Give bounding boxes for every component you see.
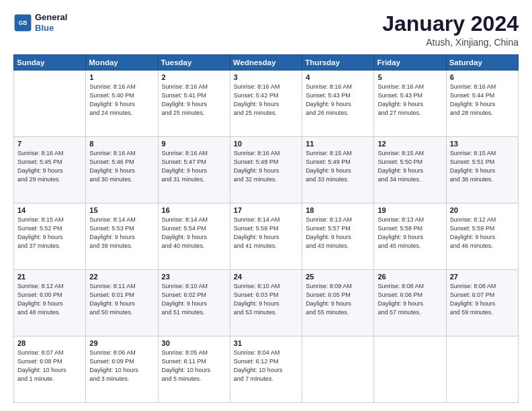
title-block: January 2024 Atush, Xinjiang, China bbox=[382, 12, 519, 48]
day-info: Sunrise: 8:08 AMSunset: 6:07 PMDaylight:… bbox=[450, 282, 515, 317]
calendar-cell: 1Sunrise: 8:16 AMSunset: 5:40 PMDaylight… bbox=[86, 71, 158, 137]
day-number: 25 bbox=[306, 273, 370, 281]
calendar-cell bbox=[302, 336, 374, 403]
day-header-sunday: Sunday bbox=[14, 55, 86, 71]
calendar-cell: 21Sunrise: 8:12 AMSunset: 6:00 PMDayligh… bbox=[14, 270, 86, 336]
day-number: 5 bbox=[378, 73, 442, 81]
day-number: 26 bbox=[378, 273, 442, 281]
day-number: 20 bbox=[450, 206, 515, 214]
day-number: 30 bbox=[162, 339, 226, 347]
calendar-week-1: 1Sunrise: 8:16 AMSunset: 5:40 PMDaylight… bbox=[14, 71, 519, 137]
day-number: 31 bbox=[234, 339, 298, 347]
day-number: 9 bbox=[162, 140, 226, 148]
day-info: Sunrise: 8:16 AMSunset: 5:47 PMDaylight:… bbox=[162, 149, 226, 184]
day-number: 22 bbox=[89, 273, 154, 281]
calendar-cell: 29Sunrise: 8:06 AMSunset: 6:09 PMDayligh… bbox=[86, 336, 158, 403]
day-info: Sunrise: 8:16 AMSunset: 5:43 PMDaylight:… bbox=[306, 83, 370, 118]
day-info: Sunrise: 8:16 AMSunset: 5:44 PMDaylight:… bbox=[450, 83, 515, 118]
day-number: 3 bbox=[234, 73, 298, 81]
day-number: 19 bbox=[378, 206, 442, 214]
day-number: 4 bbox=[306, 73, 370, 81]
calendar-cell: 22Sunrise: 8:11 AMSunset: 6:01 PMDayligh… bbox=[86, 270, 158, 336]
day-number: 28 bbox=[17, 339, 82, 347]
calendar-cell: 9Sunrise: 8:16 AMSunset: 5:47 PMDaylight… bbox=[158, 137, 230, 203]
day-number: 24 bbox=[234, 273, 298, 281]
calendar-week-4: 21Sunrise: 8:12 AMSunset: 6:00 PMDayligh… bbox=[14, 270, 519, 336]
day-info: Sunrise: 8:16 AMSunset: 5:40 PMDaylight:… bbox=[89, 83, 154, 118]
calendar-cell: 5Sunrise: 8:16 AMSunset: 5:43 PMDaylight… bbox=[374, 71, 446, 137]
calendar-cell: 13Sunrise: 8:15 AMSunset: 5:51 PMDayligh… bbox=[446, 137, 518, 203]
svg-text:GB: GB bbox=[19, 19, 28, 26]
calendar-cell: 31Sunrise: 8:04 AMSunset: 6:12 PMDayligh… bbox=[230, 336, 302, 403]
calendar-cell: 15Sunrise: 8:14 AMSunset: 5:53 PMDayligh… bbox=[86, 203, 158, 270]
day-info: Sunrise: 8:14 AMSunset: 5:53 PMDaylight:… bbox=[89, 216, 154, 250]
day-info: Sunrise: 8:10 AMSunset: 6:03 PMDaylight:… bbox=[234, 282, 298, 317]
day-info: Sunrise: 8:15 AMSunset: 5:51 PMDaylight:… bbox=[450, 149, 515, 184]
day-number: 15 bbox=[89, 206, 154, 214]
day-info: Sunrise: 8:16 AMSunset: 5:42 PMDaylight:… bbox=[234, 83, 298, 118]
calendar-cell: 14Sunrise: 8:15 AMSunset: 5:52 PMDayligh… bbox=[14, 203, 86, 270]
calendar-cell: 24Sunrise: 8:10 AMSunset: 6:03 PMDayligh… bbox=[230, 270, 302, 336]
day-info: Sunrise: 8:14 AMSunset: 5:54 PMDaylight:… bbox=[162, 216, 226, 250]
calendar-subtitle: Atush, Xinjiang, China bbox=[382, 37, 519, 48]
day-number: 8 bbox=[89, 140, 154, 148]
day-number: 12 bbox=[378, 140, 442, 148]
calendar-week-3: 14Sunrise: 8:15 AMSunset: 5:52 PMDayligh… bbox=[14, 203, 519, 270]
day-number: 6 bbox=[450, 73, 515, 81]
header: GB General Blue January 2024 Atush, Xinj… bbox=[13, 12, 519, 48]
day-number: 16 bbox=[162, 206, 226, 214]
calendar-cell: 23Sunrise: 8:10 AMSunset: 6:02 PMDayligh… bbox=[158, 270, 230, 336]
day-info: Sunrise: 8:05 AMSunset: 6:11 PMDaylight:… bbox=[162, 349, 226, 383]
logo-icon: GB bbox=[13, 13, 32, 32]
calendar-cell: 4Sunrise: 8:16 AMSunset: 5:43 PMDaylight… bbox=[302, 71, 374, 137]
day-info: Sunrise: 8:06 AMSunset: 6:09 PMDaylight:… bbox=[89, 349, 154, 383]
day-number: 14 bbox=[17, 206, 82, 214]
day-number: 10 bbox=[234, 140, 298, 148]
day-info: Sunrise: 8:15 AMSunset: 5:50 PMDaylight:… bbox=[378, 149, 442, 184]
day-info: Sunrise: 8:04 AMSunset: 6:12 PMDaylight:… bbox=[234, 349, 298, 383]
day-info: Sunrise: 8:07 AMSunset: 6:08 PMDaylight:… bbox=[17, 349, 82, 383]
day-number: 7 bbox=[17, 140, 82, 148]
day-info: Sunrise: 8:16 AMSunset: 5:43 PMDaylight:… bbox=[378, 83, 442, 118]
day-info: Sunrise: 8:08 AMSunset: 6:06 PMDaylight:… bbox=[378, 282, 442, 317]
calendar-week-2: 7Sunrise: 8:16 AMSunset: 5:45 PMDaylight… bbox=[14, 137, 519, 203]
day-header-tuesday: Tuesday bbox=[158, 55, 230, 71]
day-info: Sunrise: 8:16 AMSunset: 5:46 PMDaylight:… bbox=[89, 149, 154, 184]
calendar-cell: 8Sunrise: 8:16 AMSunset: 5:46 PMDaylight… bbox=[86, 137, 158, 203]
calendar-cell bbox=[374, 336, 446, 403]
day-number: 27 bbox=[450, 273, 515, 281]
calendar-cell: 19Sunrise: 8:13 AMSunset: 5:58 PMDayligh… bbox=[374, 203, 446, 270]
calendar-cell: 20Sunrise: 8:12 AMSunset: 5:59 PMDayligh… bbox=[446, 203, 518, 270]
calendar-cell: 27Sunrise: 8:08 AMSunset: 6:07 PMDayligh… bbox=[446, 270, 518, 336]
day-number: 18 bbox=[306, 206, 370, 214]
day-number: 13 bbox=[450, 140, 515, 148]
day-header-friday: Friday bbox=[374, 55, 446, 71]
calendar-cell: 3Sunrise: 8:16 AMSunset: 5:42 PMDaylight… bbox=[230, 71, 302, 137]
calendar-cell: 18Sunrise: 8:13 AMSunset: 5:57 PMDayligh… bbox=[302, 203, 374, 270]
calendar-cell: 17Sunrise: 8:14 AMSunset: 5:56 PMDayligh… bbox=[230, 203, 302, 270]
day-number: 29 bbox=[89, 339, 154, 347]
day-info: Sunrise: 8:15 AMSunset: 5:49 PMDaylight:… bbox=[306, 149, 370, 184]
day-number: 11 bbox=[306, 140, 370, 148]
day-header-wednesday: Wednesday bbox=[230, 55, 302, 71]
calendar-week-5: 28Sunrise: 8:07 AMSunset: 6:08 PMDayligh… bbox=[14, 336, 519, 403]
day-info: Sunrise: 8:16 AMSunset: 5:45 PMDaylight:… bbox=[17, 149, 82, 184]
day-info: Sunrise: 8:13 AMSunset: 5:58 PMDaylight:… bbox=[378, 216, 442, 250]
day-number: 17 bbox=[234, 206, 298, 214]
day-number: 21 bbox=[17, 273, 82, 281]
calendar-cell: 28Sunrise: 8:07 AMSunset: 6:08 PMDayligh… bbox=[14, 336, 86, 403]
day-header-monday: Monday bbox=[86, 55, 158, 71]
day-info: Sunrise: 8:12 AMSunset: 5:59 PMDaylight:… bbox=[450, 216, 515, 250]
day-info: Sunrise: 8:13 AMSunset: 5:57 PMDaylight:… bbox=[306, 216, 370, 250]
calendar-table: SundayMondayTuesdayWednesdayThursdayFrid… bbox=[13, 54, 519, 403]
calendar-cell: 2Sunrise: 8:16 AMSunset: 5:41 PMDaylight… bbox=[158, 71, 230, 137]
calendar-cell: 10Sunrise: 8:16 AMSunset: 5:48 PMDayligh… bbox=[230, 137, 302, 203]
calendar-cell bbox=[14, 71, 86, 137]
day-info: Sunrise: 8:15 AMSunset: 5:52 PMDaylight:… bbox=[17, 216, 82, 250]
calendar-cell: 6Sunrise: 8:16 AMSunset: 5:44 PMDaylight… bbox=[446, 71, 518, 137]
day-info: Sunrise: 8:14 AMSunset: 5:56 PMDaylight:… bbox=[234, 216, 298, 250]
day-number: 1 bbox=[89, 73, 154, 81]
day-number: 23 bbox=[162, 273, 226, 281]
day-info: Sunrise: 8:12 AMSunset: 6:00 PMDaylight:… bbox=[17, 282, 82, 317]
header-row: SundayMondayTuesdayWednesdayThursdayFrid… bbox=[14, 55, 519, 71]
